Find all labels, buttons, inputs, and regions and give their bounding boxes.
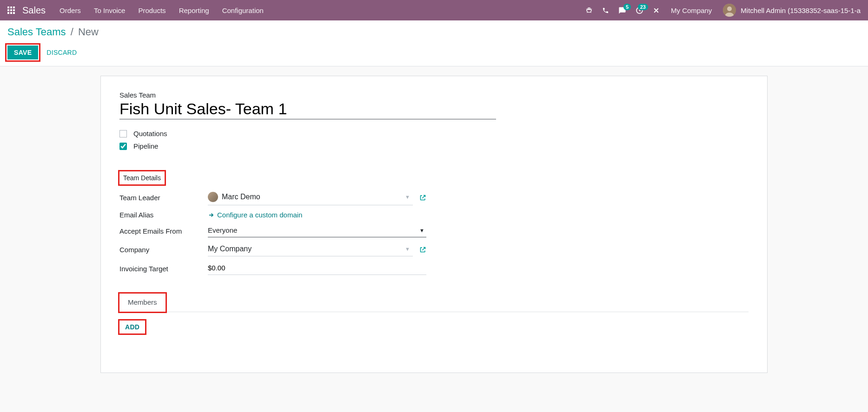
svg-rect-2 xyxy=(13,7,15,8)
dropdown-caret-icon: ▼ xyxy=(405,194,413,200)
section-team-details: Team Details xyxy=(119,171,165,184)
apps-menu-icon[interactable] xyxy=(7,7,15,14)
activities-icon[interactable]: 23 xyxy=(636,7,643,14)
team-leader-value: Marc Demo xyxy=(222,193,260,201)
tools-icon[interactable] xyxy=(653,7,660,14)
configure-domain-link[interactable]: Configure a custom domain xyxy=(208,211,302,219)
svg-point-11 xyxy=(727,7,732,11)
debug-icon[interactable] xyxy=(585,7,593,14)
team-leader-external-link-icon[interactable] xyxy=(419,194,426,201)
configure-domain-text: Configure a custom domain xyxy=(217,211,302,219)
save-button[interactable]: SAVE xyxy=(7,46,38,59)
company-field[interactable]: My Company ▼ xyxy=(208,243,413,256)
nav-orders[interactable]: Orders xyxy=(60,7,81,14)
company-value: My Company xyxy=(208,245,252,253)
nav-configuration[interactable]: Configuration xyxy=(222,7,264,14)
discard-button[interactable]: DISCARD xyxy=(46,46,77,59)
nav-to-invoice[interactable]: To Invoice xyxy=(94,7,126,14)
svg-rect-0 xyxy=(7,7,9,8)
breadcrumb: Sales Teams / New xyxy=(7,26,861,38)
nav-products[interactable]: Products xyxy=(138,7,166,14)
svg-rect-5 xyxy=(13,9,15,11)
company-label: Company xyxy=(119,246,208,254)
quotations-checkbox[interactable] xyxy=(119,130,127,137)
breadcrumb-parent[interactable]: Sales Teams xyxy=(7,26,66,38)
email-alias-label: Email Alias xyxy=(119,211,208,219)
svg-rect-6 xyxy=(7,12,9,14)
pipeline-label: Pipeline xyxy=(133,142,158,150)
user-menu[interactable]: Mitchell Admin (15338352-saas-15-1-a xyxy=(723,4,861,17)
svg-rect-4 xyxy=(10,9,12,11)
user-avatar xyxy=(723,4,736,17)
svg-rect-3 xyxy=(7,9,9,11)
tab-members[interactable]: Members xyxy=(119,294,166,312)
pipeline-checkbox[interactable] xyxy=(119,143,127,150)
breadcrumb-current: New xyxy=(78,26,99,38)
add-member-button[interactable]: ADD xyxy=(119,320,145,334)
team-leader-field[interactable]: Marc Demo ▼ xyxy=(208,190,413,205)
invoicing-target-label: Invoicing Target xyxy=(119,265,208,273)
top-navbar: Sales Orders To Invoice Products Reporti… xyxy=(0,0,868,20)
accept-emails-select[interactable]: Everyone ▼ xyxy=(208,224,426,237)
quotations-label: Quotations xyxy=(133,130,167,137)
activities-badge: 23 xyxy=(638,4,648,10)
messages-badge: 5 xyxy=(623,4,631,10)
title-label: Sales Team xyxy=(119,91,749,99)
select-caret-icon: ▼ xyxy=(419,228,426,233)
messages-icon[interactable]: 5 xyxy=(618,7,626,14)
control-panel: Sales Teams / New SAVE DISCARD xyxy=(0,20,868,66)
company-switcher[interactable]: My Company xyxy=(671,7,712,14)
accept-emails-value: Everyone xyxy=(208,226,237,234)
dropdown-caret-icon: ▼ xyxy=(405,246,413,252)
team-leader-label: Team Leader xyxy=(119,194,208,202)
svg-rect-7 xyxy=(10,12,12,14)
invoicing-target-input[interactable] xyxy=(208,262,426,275)
phone-icon[interactable] xyxy=(602,7,609,14)
team-leader-avatar xyxy=(208,192,218,202)
user-name: Mitchell Admin (15338352-saas-15-1-a xyxy=(741,7,861,14)
company-external-link-icon[interactable] xyxy=(419,246,426,253)
svg-rect-1 xyxy=(10,7,12,8)
nav-reporting[interactable]: Reporting xyxy=(179,7,209,14)
accept-emails-label: Accept Emails From xyxy=(119,227,208,235)
team-name-input[interactable] xyxy=(119,100,496,119)
app-brand[interactable]: Sales xyxy=(22,5,46,16)
svg-rect-8 xyxy=(13,12,15,14)
breadcrumb-separator: / xyxy=(71,26,73,38)
form-sheet: Sales Team Quotations Pipeline Team Deta… xyxy=(100,76,768,373)
